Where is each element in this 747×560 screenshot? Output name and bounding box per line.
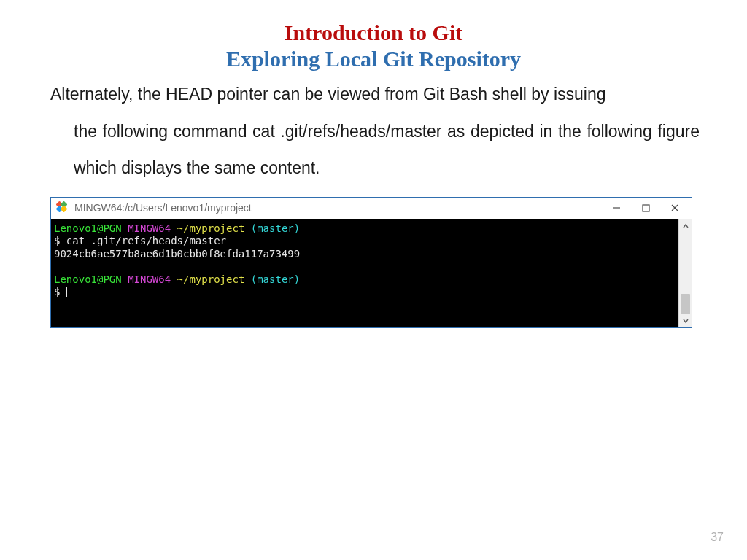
svg-rect-1 xyxy=(643,205,649,211)
terminal-cursor xyxy=(66,287,67,297)
prompt-user: Lenovo1@PGN xyxy=(54,222,122,234)
minimize-button[interactable] xyxy=(611,203,622,213)
prompt2-host: MINGW64 xyxy=(128,273,171,285)
terminal-scrollbar[interactable] xyxy=(678,219,692,327)
prompt2-dollar: $ xyxy=(54,286,66,298)
slide-title-main: Introduction to Git xyxy=(47,20,700,45)
page-number: 37 xyxy=(711,531,724,544)
scrollbar-up-arrow-icon[interactable] xyxy=(679,219,692,233)
scrollbar-thumb[interactable] xyxy=(681,294,690,314)
window-controls xyxy=(611,203,687,213)
close-button[interactable] xyxy=(670,203,680,213)
prompt2-user: Lenovo1@PGN xyxy=(54,273,122,285)
git-bash-icon xyxy=(57,202,69,214)
terminal-body-wrap: Lenovo1@PGN MINGW64 ~/myproject (master)… xyxy=(51,219,692,327)
terminal-output: 9024cb6ae577b8ae6d1b0cbb0f8efda117a73499 xyxy=(54,248,300,260)
prompt2-path: ~/myproject xyxy=(177,273,245,285)
terminal-body[interactable]: Lenovo1@PGN MINGW64 ~/myproject (master)… xyxy=(51,219,678,327)
scrollbar-track[interactable] xyxy=(679,233,692,314)
terminal-window: MINGW64:/c/Users/Lenovo1/myproject Lenov… xyxy=(50,197,692,328)
prompt2-branch: (master) xyxy=(251,273,300,285)
prompt-path: ~/myproject xyxy=(177,222,245,234)
body-line-1: Alternately, the HEAD pointer can be vie… xyxy=(50,85,606,104)
prompt-host: MINGW64 xyxy=(128,222,171,234)
body-rest: the following command cat .git/refs/head… xyxy=(50,113,700,187)
terminal-window-title: MINGW64:/c/Users/Lenovo1/myproject xyxy=(74,202,611,214)
terminal-command: $ cat .git/refs/heads/master xyxy=(54,235,226,246)
prompt-branch: (master) xyxy=(251,222,300,234)
maximize-button[interactable] xyxy=(640,203,651,213)
scrollbar-down-arrow-icon[interactable] xyxy=(679,314,692,327)
slide-title-sub: Exploring Local Git Repository xyxy=(47,47,700,71)
terminal-titlebar: MINGW64:/c/Users/Lenovo1/myproject xyxy=(51,198,692,219)
body-paragraph: Alternately, the HEAD pointer can be vie… xyxy=(47,76,700,187)
slide: Introduction to Git Exploring Local Git … xyxy=(0,0,747,560)
